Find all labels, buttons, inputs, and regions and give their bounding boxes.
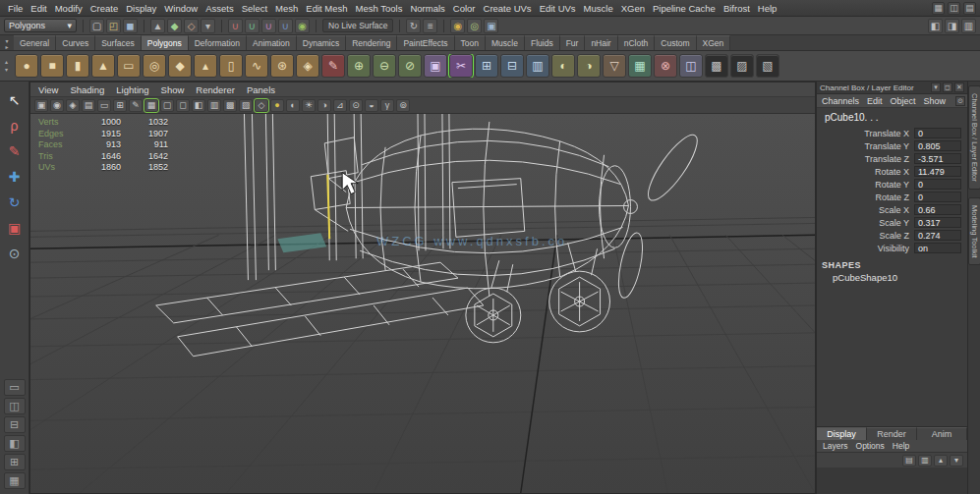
menubar-item[interactable]: Display bbox=[122, 3, 160, 14]
snap-to-point-icon[interactable]: ∪ bbox=[261, 19, 276, 33]
menubar-item[interactable]: Bifrost bbox=[720, 3, 754, 14]
shaded-mode-icon[interactable]: ● bbox=[270, 99, 284, 112]
menubar-item[interactable]: Edit Mesh bbox=[302, 3, 351, 14]
channel-attribute-value[interactable]: 0 bbox=[914, 179, 961, 190]
channel-attribute-label[interactable]: Translate Z bbox=[817, 154, 914, 164]
menubar-item[interactable]: Create UVs bbox=[480, 3, 536, 14]
image-plane-icon[interactable]: ▭ bbox=[97, 99, 111, 112]
select-object-icon[interactable]: ◆ bbox=[167, 19, 182, 33]
list-inputs-icon[interactable]: ≡ bbox=[423, 19, 437, 33]
tab-channel-box-layer-editor[interactable]: Channel Box / Layer Editor bbox=[968, 85, 980, 190]
exposure-icon[interactable]: ◒ bbox=[365, 99, 378, 112]
checker-map-icon[interactable]: ▩ bbox=[705, 54, 728, 78]
shelf-tab[interactable]: PaintEffects bbox=[397, 35, 454, 50]
multi-cut-icon[interactable]: ✂ bbox=[449, 54, 473, 78]
target-weld-icon[interactable]: ⊗ bbox=[654, 54, 677, 78]
channel-attribute-value[interactable]: 0.805 bbox=[914, 140, 961, 151]
film-gate-icon[interactable]: ▢ bbox=[160, 99, 174, 112]
render-current-frame-icon[interactable]: ◉ bbox=[450, 19, 465, 33]
layer-editor-menu-item[interactable]: Layers bbox=[823, 441, 848, 451]
camera-select-icon[interactable]: ◉ bbox=[50, 99, 64, 112]
new-scene-icon[interactable]: ▢ bbox=[89, 19, 104, 33]
shelf-tab[interactable]: XGen bbox=[697, 35, 731, 50]
open-scene-icon[interactable]: ◰ bbox=[106, 19, 121, 33]
resolution-gate-icon[interactable]: ◻ bbox=[176, 99, 190, 112]
menubar-item[interactable]: Edit UVs bbox=[536, 3, 580, 14]
channel-box-toggle-icon[interactable]: ▥ bbox=[961, 19, 976, 33]
make-live-icon[interactable]: ◉ bbox=[295, 19, 310, 33]
selection-mask-icon[interactable]: ▾ bbox=[201, 19, 215, 33]
layout-outliner-persp-icon[interactable]: ▦ bbox=[4, 472, 26, 489]
ambient-occlusion-icon[interactable]: ⊚ bbox=[396, 99, 410, 112]
snap-to-grid-icon[interactable]: ∪ bbox=[228, 19, 243, 33]
field-chart-icon[interactable]: ▥ bbox=[207, 99, 221, 112]
shelf-tab[interactable]: nHair bbox=[585, 35, 617, 50]
panel-menu-item[interactable]: Shading bbox=[70, 84, 104, 95]
lasso-select-tool-icon[interactable]: ρ bbox=[3, 114, 27, 137]
panel-menu-item[interactable]: Renderer bbox=[196, 84, 235, 95]
poly-plane-icon[interactable]: ▭ bbox=[117, 54, 141, 78]
save-scene-icon[interactable]: ◼ bbox=[123, 19, 138, 33]
extract-icon[interactable]: ⊘ bbox=[398, 54, 422, 78]
layer-editor-tab[interactable]: Display bbox=[817, 427, 867, 440]
isolate-select-icon[interactable]: ⊙ bbox=[349, 99, 363, 112]
poly-platonic-icon[interactable]: ◈ bbox=[296, 54, 319, 78]
move-layer-up-icon[interactable]: ▴ bbox=[934, 455, 948, 467]
scale-tool-icon[interactable]: ▣ bbox=[3, 216, 27, 240]
poly-torus-icon[interactable]: ◎ bbox=[143, 54, 166, 78]
float-panel-icon[interactable]: ◻ bbox=[943, 82, 952, 92]
menubar-item[interactable]: Mesh Tools bbox=[352, 3, 407, 14]
mirror-icon[interactable]: ◫ bbox=[679, 54, 703, 78]
menubar-item[interactable]: Edit bbox=[27, 3, 50, 14]
panel-layout-icon[interactable]: ◫ bbox=[948, 2, 960, 15]
textured-mode-icon[interactable]: ◐ bbox=[286, 99, 300, 112]
channel-box-menu-item[interactable]: Edit bbox=[867, 96, 883, 106]
selected-object-name[interactable]: pCube10. . . bbox=[817, 110, 967, 127]
uv-checker-icon[interactable]: ▧ bbox=[756, 54, 779, 78]
panel-menu-item[interactable]: Panels bbox=[247, 84, 275, 95]
menubar-item[interactable]: Normals bbox=[406, 3, 448, 14]
shelf-scroll-control[interactable]: ▴ ▾ bbox=[0, 59, 13, 73]
menubar-item[interactable]: XGen bbox=[617, 3, 649, 14]
shadows-icon[interactable]: ◑ bbox=[317, 99, 331, 112]
poly-sphere-icon[interactable]: ● bbox=[15, 54, 38, 78]
ipr-render-icon[interactable]: ◎ bbox=[467, 19, 482, 33]
safe-action-icon[interactable]: ▩ bbox=[223, 99, 237, 112]
panel-menu-item[interactable]: Show bbox=[161, 84, 185, 95]
view-cube-icon[interactable]: ▣ bbox=[34, 99, 48, 112]
shelf-tab[interactable]: Dynamics bbox=[297, 35, 346, 50]
grid-toggle-icon[interactable]: ▦ bbox=[144, 99, 158, 112]
shelf-tab[interactable]: Animation bbox=[247, 35, 297, 50]
channel-attribute-label[interactable]: Scale Z bbox=[817, 231, 914, 241]
menubar-item[interactable]: Help bbox=[754, 3, 781, 14]
shelf-tab[interactable]: Muscle bbox=[486, 35, 525, 50]
boolean-difference-icon[interactable]: ◑ bbox=[577, 54, 601, 78]
grease-pencil-icon[interactable]: ✎ bbox=[129, 99, 143, 112]
menubar-item[interactable]: Assets bbox=[202, 3, 238, 14]
channel-attribute-value[interactable]: 0.66 bbox=[914, 204, 961, 215]
bevel-icon[interactable]: ⊟ bbox=[500, 54, 524, 78]
xray-icon[interactable]: ⊿ bbox=[333, 99, 347, 112]
poly-helix-icon[interactable]: ∿ bbox=[245, 54, 268, 78]
sculpt-brush-icon[interactable]: ✎ bbox=[321, 54, 345, 78]
shelf-tab[interactable]: Polygons bbox=[142, 35, 189, 50]
boolean-union-icon[interactable]: ◐ bbox=[551, 54, 575, 78]
poly-pipe-icon[interactable]: ▯ bbox=[219, 54, 243, 78]
menubar-item[interactable]: Modify bbox=[51, 3, 86, 14]
snap-to-curve-icon[interactable]: ∪ bbox=[245, 19, 259, 33]
extrude-icon[interactable]: ⊞ bbox=[475, 54, 498, 78]
shelf-tab[interactable]: nCloth bbox=[618, 35, 656, 50]
menubar-item[interactable]: Pipeline Cache bbox=[649, 3, 720, 14]
layer-editor-menu-item[interactable]: Options bbox=[856, 441, 885, 451]
camera-lock-icon[interactable]: ◈ bbox=[66, 99, 80, 112]
menubar-item[interactable]: Select bbox=[238, 3, 271, 14]
last-tool-icon[interactable]: ⊙ bbox=[3, 242, 27, 265]
layout-single-pane-icon[interactable]: ▭ bbox=[4, 379, 26, 396]
bridge-icon[interactable]: ▥ bbox=[526, 54, 549, 78]
poly-prism-icon[interactable]: ◆ bbox=[168, 54, 192, 78]
layer-editor-menu-item[interactable]: Help bbox=[893, 441, 909, 451]
safe-title-icon[interactable]: ▨ bbox=[239, 99, 253, 112]
channel-attribute-value[interactable]: 0 bbox=[914, 128, 961, 138]
attribute-editor-toggle-icon[interactable]: ◨ bbox=[945, 19, 959, 33]
render-settings-icon[interactable]: ▣ bbox=[484, 19, 498, 33]
